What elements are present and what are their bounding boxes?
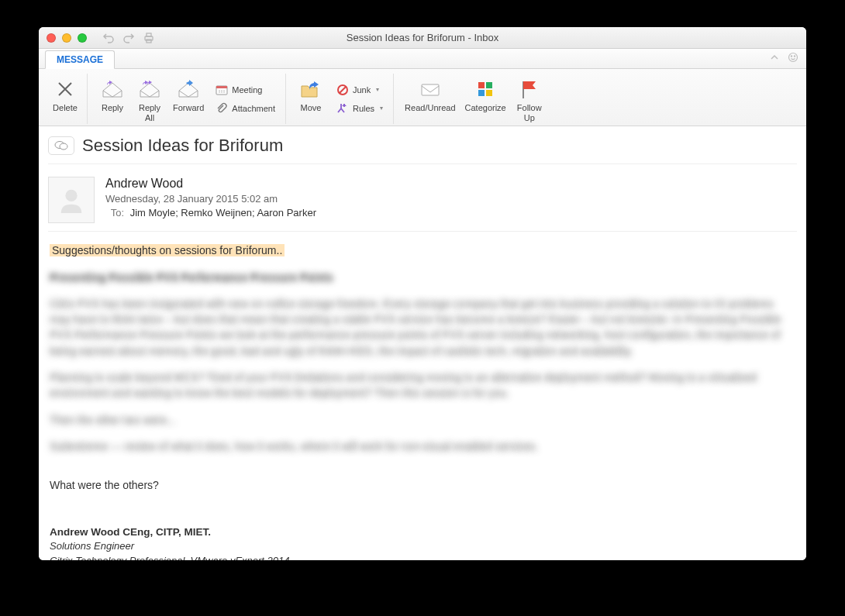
titlebar: Session Ideas for Briforum - Inbox [39, 27, 806, 49]
meeting-button[interactable]: Meeting [213, 82, 278, 98]
sent-date: Wednesday, 28 January 2015 5:02 am [105, 193, 316, 205]
reply-all-button[interactable]: Reply All [131, 74, 168, 124]
forward-button[interactable]: Forward [168, 74, 209, 124]
follow-up-button[interactable]: Follow Up [511, 74, 548, 124]
ribbon-tabbar: MESSAGE [39, 49, 806, 69]
svg-point-20 [65, 190, 77, 201]
signature-name: Andrew Wood CEng, CITP, MIET. [50, 525, 795, 540]
svg-rect-1 [147, 33, 151, 36]
svg-line-12 [340, 87, 346, 93]
traffic-lights [47, 33, 87, 43]
sender-name: Andrew Wood [105, 177, 316, 191]
redacted-paragraph: Planning to scale beyond MCS? Tired of y… [50, 370, 795, 401]
svg-rect-16 [478, 90, 485, 96]
smiley-icon[interactable] [788, 52, 798, 65]
question-line: What were the others? [50, 477, 795, 493]
intro-line: Suggestions/thoughts on sessions for Bri… [50, 244, 285, 256]
rules-button[interactable]: Rules▾ [334, 101, 385, 116]
signature-credentials: Citrix Technology Professional, VMware v… [50, 554, 795, 560]
read-unread-button[interactable]: Read/Unread [400, 74, 460, 124]
ribbon: Delete Reply Reply All Forward Meeting [39, 69, 806, 126]
email-subject: Session Ideas for Briforum [82, 136, 283, 156]
svg-point-19 [60, 143, 67, 150]
attachment-button[interactable]: Attachment [213, 101, 278, 116]
sender-avatar [48, 177, 95, 223]
move-button[interactable]: Move [292, 74, 329, 124]
redacted-heading: Presenting Possible PVS Performance Pres… [50, 270, 795, 285]
categorize-button[interactable]: Categorize [460, 74, 511, 124]
svg-rect-14 [478, 82, 485, 88]
quick-access-toolbar [102, 32, 155, 44]
svg-point-3 [789, 53, 798, 62]
svg-rect-2 [147, 40, 151, 43]
svg-rect-7 [216, 86, 227, 88]
conversation-icon[interactable] [48, 136, 74, 155]
group-respond: Reply Reply All Forward Meeting Attachme… [91, 74, 286, 124]
maximize-button[interactable] [78, 33, 87, 43]
recipients: Jim Moyle; Remko Weijnen; Aaron Parker [130, 207, 316, 219]
group-move: Move Junk▾ Rules▾ [289, 74, 394, 124]
collapse-ribbon-icon[interactable] [769, 52, 780, 65]
window: Session Ideas for Briforum - Inbox MESSA… [39, 27, 806, 560]
print-icon[interactable] [143, 32, 155, 44]
junk-button[interactable]: Junk▾ [334, 82, 385, 98]
redacted-paragraph: Citrix PVS has been invigorated with new… [50, 296, 795, 359]
reply-button[interactable]: Reply [94, 74, 131, 124]
redacted-line: Suitextreme — review of what it does, ho… [50, 439, 795, 454]
group-tags: Read/Unread Categorize Follow Up [397, 74, 551, 124]
undo-icon[interactable] [102, 32, 115, 44]
redo-icon[interactable] [122, 32, 135, 44]
minimize-button[interactable] [62, 33, 71, 43]
svg-rect-13 [422, 84, 439, 95]
to-line: To: Jim Moyle; Remko Weijnen; Aaron Park… [105, 207, 316, 219]
signature-title: Solutions Engineer [50, 539, 795, 554]
content-area: Session Ideas for Briforum Andrew Wood W… [39, 126, 806, 560]
message-tab[interactable]: MESSAGE [45, 50, 115, 69]
svg-rect-15 [486, 82, 492, 88]
to-label: To: [105, 207, 124, 219]
chevron-down-icon: ▾ [376, 86, 379, 93]
close-button[interactable] [47, 33, 56, 43]
redacted-line: Then the other two were... [50, 412, 795, 428]
svg-rect-17 [486, 90, 492, 96]
chevron-down-icon: ▾ [380, 105, 383, 112]
delete-button[interactable]: Delete [47, 74, 84, 124]
email-header: Andrew Wood Wednesday, 28 January 2015 5… [48, 170, 797, 232]
email-body: Suggestions/thoughts on sessions for Bri… [39, 232, 806, 560]
svg-point-5 [794, 56, 795, 57]
group-delete: Delete [43, 74, 88, 124]
subject-bar: Session Ideas for Briforum [48, 134, 797, 164]
svg-point-4 [791, 56, 792, 57]
